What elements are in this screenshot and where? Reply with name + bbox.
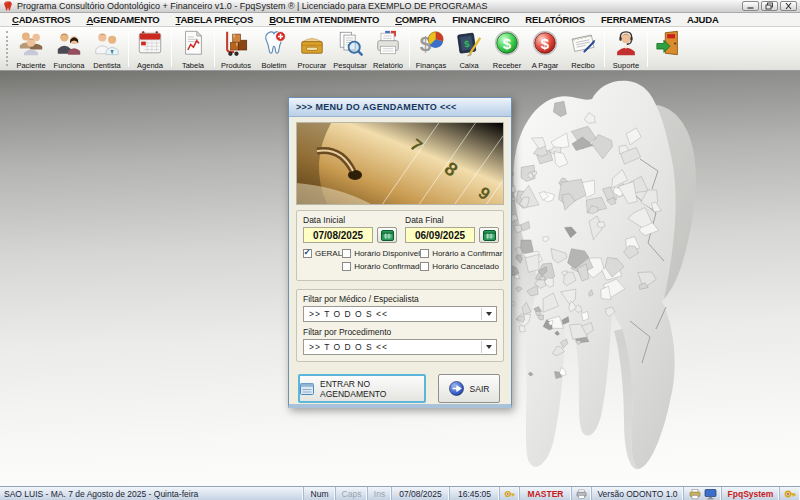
toolbar-label: Caixa [459,61,478,70]
minimize-button[interactable] [742,1,759,11]
receipt-icon [569,29,597,61]
toolbar-exit-button[interactable] [650,27,688,70]
status-user: MASTER [520,487,572,500]
toolbar-label: Relatório [373,61,403,70]
toolbar-financas-button[interactable]: $ Finanças [412,27,450,70]
patients-icon [17,29,45,61]
toolbar-separator [171,30,172,67]
toolbar-dentista-button[interactable]: Dentista [88,27,126,70]
procedimento-filter-label: Filtar por Procedimento [303,327,497,337]
start-date-picker-button[interactable] [377,227,397,243]
cashbook-icon: $ [455,29,483,61]
toolbar-relatorio-button[interactable]: Relatório [369,27,407,70]
search-pages-icon [336,29,364,61]
menu-tabela-precos[interactable]: TABELA PREÇOS [168,14,262,25]
menu-compra[interactable]: COMPRA [387,14,444,25]
end-date-picker-button[interactable] [479,227,499,243]
toolbar-grip [6,31,10,66]
checkbox-horario-cancelado[interactable]: Horário Cancelado [420,262,502,271]
start-date-input[interactable]: 07/08/2025 [303,227,373,243]
green-dollar-icon: $ [493,29,521,61]
tooth-art [480,71,800,486]
checkbox-horario-a-confirmar[interactable]: Horário a Confirmar [420,249,502,258]
chevron-down-icon[interactable] [481,341,495,353]
toolbar-paciente-button[interactable]: Paciente [12,27,50,70]
support-agent-icon [612,29,640,61]
menu-boletim-atendimento[interactable]: BOLETIM ATENDIMENTO [261,14,387,25]
toolbar-label: Procurar [298,61,327,70]
exit-door-icon [655,29,683,61]
checkbox-geral[interactable]: GERAL [303,249,342,258]
toolbar-label: Boletim [261,61,286,70]
arrow-circle-icon [449,381,464,396]
red-dollar-icon: $ [531,29,559,61]
status-bar: SAO LUIS - MA. 7 de Agosto de 2025 - Qui… [0,486,800,500]
toolbar-separator [647,30,648,67]
monitor-icon [704,488,717,500]
toolbar-label: Receber [493,61,521,70]
toolbar-label: Pesquisar [333,61,366,70]
printer-icon [572,487,592,500]
sair-button[interactable]: SAIR [438,374,500,403]
toolbar-label: Dentista [93,61,121,70]
enter-agendamento-button[interactable]: ENTRAR NO AGENDAMENTO [298,374,426,403]
toolbar-suporte-button[interactable]: Suporte [607,27,645,70]
menu-agendamento[interactable]: AGENDAMENTO [78,14,167,25]
status-version: Versão ODONTO 1.0 [592,487,684,500]
toolbar-separator [128,30,129,67]
toolbar-procurar-button[interactable]: Procurar [293,27,331,70]
calendar-icon [136,29,164,61]
price-table-icon [179,29,207,61]
dollar-glyph: $ [541,35,550,52]
menu-financeiro[interactable]: FINANCEIRO [444,14,517,25]
date-filter-panel: Data Inicial 07/08/2025 Data Final 06/09… [296,210,504,281]
checkbox-horario-confirmado[interactable]: Horário Confirmado [342,262,420,271]
printer-icon [689,488,701,500]
toolbar-produtos-button[interactable]: Produtos [217,27,255,70]
menu-cadastros[interactable]: CADASTROS [4,14,78,25]
employees-icon [55,29,83,61]
dialog-titlebar[interactable]: >>> MENU DO AGENDAMENTO <<< [289,98,511,117]
close-button[interactable] [780,1,797,11]
toolbar-apagar-button[interactable]: $ A Pagar [526,27,564,70]
toolbar-funcionario-button[interactable]: Funciona [50,27,88,70]
toolbar-agenda-button[interactable]: Agenda [131,27,169,70]
toolbar-pesquisar-button[interactable]: Pesquisar [331,27,369,70]
window-grid-icon [300,383,314,395]
procedimento-filter-select[interactable]: >> T O D O S << [303,339,497,355]
menu-ajuda[interactable]: AJUDA [679,14,727,25]
toolbar-tabela-button[interactable]: Tabela [174,27,212,70]
toolbar-label: Produtos [221,61,251,70]
toolbar-separator [604,30,605,67]
medico-filter-label: Filtar por Médico / Especialista [303,294,497,304]
status-ins: Ins [368,487,392,500]
status-caps: Caps [336,487,368,500]
toolbar-label: A Pagar [532,61,559,70]
window-titlebar: Programa Consultório Odontológico + Fina… [0,0,800,13]
toolbar-caixa-button[interactable]: $ Caixa [450,27,488,70]
toolbar-recibo-button[interactable]: Recibo [564,27,602,70]
toolbar-label: Recibo [571,61,594,70]
calendar-picker-icon [483,230,496,241]
toolbar-label: Tabela [182,61,204,70]
status-time: 16:45:05 [450,487,500,500]
menu-ferramentas[interactable]: FERRAMENTAS [593,14,679,25]
restore-button[interactable] [761,1,778,11]
toolbar-label: Funciona [54,61,85,70]
key-icon [780,487,800,500]
key-icon [500,487,520,500]
toolbar-label: Suporte [613,61,639,70]
filters-panel: Filtar por Médico / Especialista >> T O … [296,289,504,362]
chevron-down-icon[interactable] [481,308,495,320]
toolbar-boletim-button[interactable]: Boletim [255,27,293,70]
status-num: Num [304,487,336,500]
end-date-input[interactable]: 06/09/2025 [405,227,475,243]
toolbar-receber-button[interactable]: $ Receber [488,27,526,70]
products-trolley-icon [222,29,250,61]
status-brand: FpqSystem [722,487,780,500]
status-location: SAO LUIS - MA. 7 de Agosto de 2025 - Qui… [0,487,304,500]
menu-relatorios[interactable]: RELATÓRIOS [517,14,593,25]
medico-filter-select[interactable]: >> T O D O S << [303,306,497,322]
checkbox-horario-disponivel[interactable]: Horário Disponível [342,249,420,258]
dentists-icon [93,29,121,61]
